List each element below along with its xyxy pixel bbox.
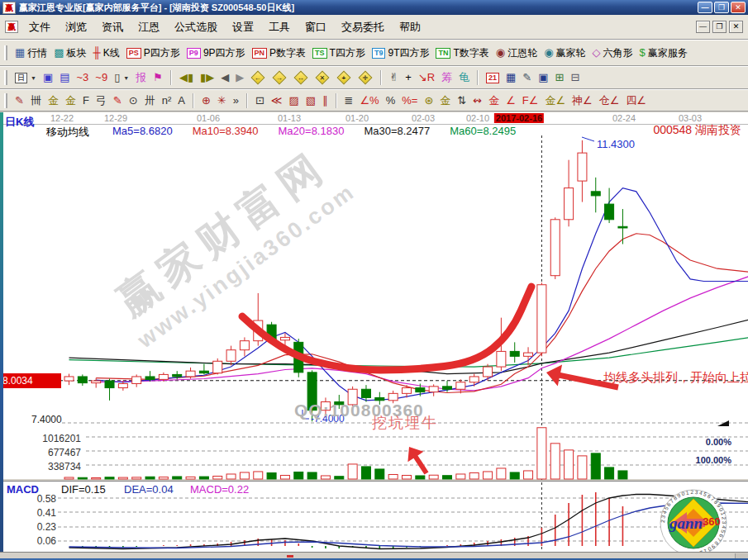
f10-info-button[interactable]: ▤ [56, 71, 73, 84]
period-day-button[interactable]: 日▼ [12, 72, 40, 84]
menu-item-设置[interactable]: 设置 [225, 17, 261, 37]
kline-button[interactable]: ╫K线 [90, 45, 123, 61]
menu-item-工具[interactable]: 工具 [261, 17, 298, 37]
send-chart-button[interactable]: ⊞ [552, 71, 568, 84]
next-page-button[interactable]: ▶ [232, 71, 247, 84]
toolbar-grip[interactable] [4, 70, 7, 85]
child-minimize-button[interactable]: — [696, 21, 710, 33]
toolbar-grip[interactable] [4, 93, 7, 108]
gann-markup-button[interactable]: 报 [132, 71, 150, 84]
zoom-all-button[interactable]: ✛ [355, 70, 376, 85]
scroll-marker [287, 555, 293, 558]
gann-target-button[interactable]: ⊕ [198, 94, 214, 107]
pan-hand-button[interactable]: ✌ [386, 71, 402, 84]
angle-f-button[interactable]: F∠ [519, 94, 542, 107]
t9-square-button[interactable]: T99T四方形 [369, 45, 433, 61]
trendline-button[interactable]: ↘R [415, 71, 438, 84]
n-square-button[interactable]: n² [159, 94, 175, 107]
quotes-button[interactable]: ▦行情 [12, 45, 50, 61]
fib-grid-button[interactable]: F [79, 94, 93, 107]
last-page-button[interactable]: ▮▶ [197, 71, 217, 84]
crosshair-button[interactable]: + [402, 71, 415, 84]
gold-red-button[interactable]: 金 [485, 94, 503, 107]
rect-measure-button[interactable]: ⊡ [252, 94, 268, 107]
red-brush-button[interactable]: ✎ [110, 94, 126, 107]
notes-button[interactable]: ✎ [519, 71, 535, 84]
calculator-button[interactable]: ▦ [503, 71, 519, 84]
t-square-button[interactable]: TST四方形 [309, 45, 369, 61]
t-number-table-button[interactable]: TNT数字表 [432, 45, 492, 61]
calendar-button[interactable]: 21 [483, 72, 503, 84]
grid-lines-button[interactable]: 卅 [141, 94, 159, 107]
text-note-button[interactable]: A [174, 94, 188, 107]
colorful-flag-button[interactable]: ⚑ [150, 71, 166, 84]
menu-item-公式选股[interactable]: 公式选股 [167, 17, 225, 37]
price-pen-button[interactable]: ⇅ [454, 94, 469, 107]
bottom-scrollbar[interactable] [0, 552, 748, 560]
menu-item-交易委托[interactable]: 交易委托 [334, 17, 392, 37]
more-tools-button[interactable]: » [230, 94, 242, 107]
save-button[interactable]: ▣ [535, 71, 551, 84]
brush-button[interactable]: ✎ [12, 94, 27, 107]
wave-ruler-icon: ↭ [473, 95, 482, 107]
expand-button[interactable]: + [333, 70, 355, 85]
parallel-lines-button[interactable]: ∥ [319, 94, 331, 107]
gann-wheel-button[interactable]: ◉江恩轮 [493, 45, 541, 61]
fan-lines-button[interactable]: ≪ [268, 94, 286, 107]
menu-item-浏览[interactable]: 浏览 [58, 17, 94, 37]
main-chart-button[interactable]: ▣ [40, 71, 56, 84]
main-chart-icon: ▣ [43, 72, 53, 83]
candle-type-button[interactable]: ▯▼ [111, 71, 132, 84]
wave-ruler-button[interactable]: ↭ [469, 94, 485, 107]
winner-wheel-button[interactable]: ◉赢家轮 [541, 45, 588, 61]
time-cycle-button[interactable]: ⊙ [126, 94, 141, 107]
percent-button[interactable]: % [383, 94, 399, 107]
prev-page-button[interactable]: ◀ [217, 71, 232, 84]
hatch-box-button[interactable]: ▧ [303, 94, 319, 107]
spiral-button[interactable]: 弓 [93, 94, 110, 107]
menu-item-窗口[interactable]: 窗口 [298, 17, 334, 37]
menu-item-帮助[interactable]: 帮助 [392, 17, 428, 37]
angle-cang-button[interactable]: 仓∠ [596, 94, 623, 107]
first-page-button[interactable]: ◀▮ [176, 71, 197, 84]
p9-square-button[interactable]: P99P四方形 [183, 45, 249, 61]
zoom-horizontal-button[interactable]: ↔ [290, 70, 312, 85]
p-square-button[interactable]: PSP四方形 [123, 45, 183, 61]
shift-left-button[interactable]: ← [247, 70, 269, 85]
angle-gold-button[interactable]: 金∠ [541, 94, 569, 107]
shaded-box-button[interactable]: ▨ [285, 94, 302, 107]
print-button[interactable]: ⊟ [567, 71, 583, 84]
angle-shen-button[interactable]: 神∠ [569, 94, 596, 107]
gann-form-button[interactable]: 筹 [438, 71, 455, 84]
sectors-button[interactable]: ▩板块 [50, 45, 89, 61]
close-button[interactable]: ✕ [731, 2, 746, 13]
p-number-table-button[interactable]: PNP数字表 [249, 45, 310, 61]
minimize-button[interactable]: — [698, 2, 712, 13]
gold-grid-1-button[interactable]: 金 [45, 94, 62, 107]
wave-3-button[interactable]: ~3 [74, 71, 93, 84]
menu-item-资讯[interactable]: 资讯 [94, 17, 131, 37]
gold-grid-2-button[interactable]: 金 [62, 94, 79, 107]
child-close-button[interactable]: ✕ [729, 21, 743, 33]
toolbar-grip[interactable] [4, 45, 7, 60]
hexagon-button[interactable]: ◇六角形 [589, 45, 636, 61]
angle-j-button[interactable]: ∠ [503, 94, 519, 107]
gold-circle-button[interactable]: ⊛ [421, 94, 436, 107]
gold-lines-button[interactable]: 金 [436, 94, 454, 107]
menu-item-江恩[interactable]: 江恩 [131, 17, 167, 37]
volume-bar [618, 471, 627, 479]
restore-button[interactable]: ❐ [714, 2, 729, 13]
gann-grid-button[interactable]: 卌 [27, 94, 45, 107]
shift-right-button[interactable]: → [269, 70, 290, 85]
menu-item-文件[interactable]: 文件 [21, 17, 58, 37]
gann-star-button[interactable]: ✳ [214, 94, 230, 107]
bars-list-button[interactable]: ≣ [341, 94, 357, 107]
wave-9-button[interactable]: ~9 [92, 71, 111, 84]
winner-service-button[interactable]: $赢家服务 [636, 45, 691, 61]
angle-si-button[interactable]: 四∠ [622, 94, 650, 107]
percent-line-button[interactable]: %= [398, 94, 421, 107]
turtle-pattern-button[interactable]: 龟 [455, 71, 473, 84]
compress-button[interactable]: ✕ [312, 70, 333, 85]
child-restore-button[interactable]: ❐ [712, 21, 727, 33]
percent-slash-button[interactable]: ∠% [356, 94, 382, 107]
